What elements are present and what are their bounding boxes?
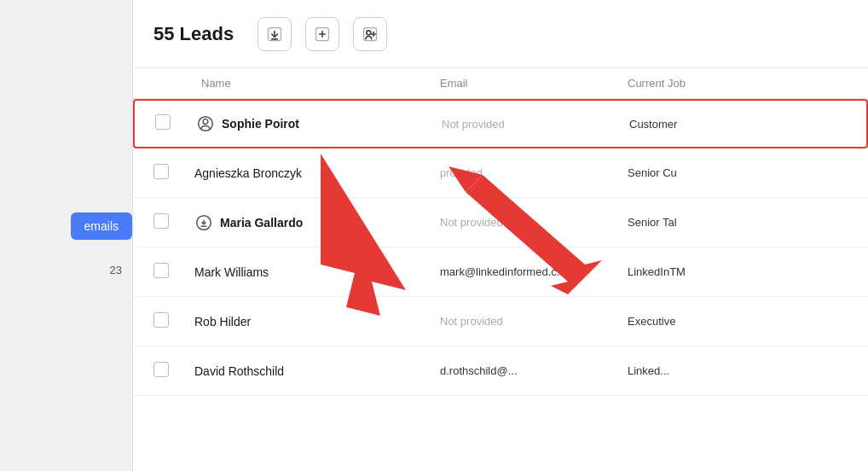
upload-icon <box>314 26 331 43</box>
main-content: 55 Leads <box>132 0 868 471</box>
row-checkbox[interactable] <box>153 213 169 229</box>
name-text: Maria Gallardo <box>220 216 303 230</box>
row-email: Not provided <box>433 315 621 328</box>
row-checkbox[interactable] <box>153 164 169 179</box>
row-checkbox-cell[interactable] <box>153 164 194 183</box>
row-checkbox[interactable] <box>155 114 171 130</box>
row-email: Not provided <box>433 216 621 229</box>
col-header-checkbox <box>153 68 194 98</box>
name-text: Agnieszka Bronczyk <box>194 166 302 180</box>
row-name: Maria Gallardo <box>194 213 433 232</box>
row-job: LinkedInTM <box>621 265 848 278</box>
row-job: Linked... <box>621 364 848 377</box>
col-header-email: Email <box>433 68 621 98</box>
svg-point-11 <box>203 119 208 125</box>
download-button[interactable] <box>258 17 292 51</box>
row-checkbox-cell[interactable] <box>153 263 194 282</box>
leads-table: Name Email Current Job <box>133 68 868 471</box>
row-email: Not provided <box>435 118 622 131</box>
table-row[interactable]: Mark Williams mark@linkedinformed.c... L… <box>133 247 868 297</box>
row-checkbox[interactable] <box>153 362 169 377</box>
table-row[interactable]: Agnieszka Bronczyk provided Senior Cu <box>133 148 868 198</box>
sidebar: emails 23 <box>0 0 132 471</box>
row-checkbox[interactable] <box>153 312 169 328</box>
table-row[interactable]: Rob Hilder Not provided Executive <box>133 297 868 346</box>
download-icon <box>266 26 283 43</box>
row-name: Sophie Poirot <box>196 114 435 133</box>
col-header-job: Current Job <box>621 68 848 98</box>
header: 55 Leads <box>133 0 868 68</box>
row-email: d.rothschild@... <box>433 364 621 377</box>
row-email: mark@linkedinformed.c... <box>433 265 621 278</box>
row-checkbox-cell[interactable] <box>153 213 194 232</box>
row-name: David Rothschild <box>194 364 433 378</box>
table-row[interactable]: Sophie Poirot Not provided Customer <box>133 99 868 148</box>
col-header-name: Name <box>194 68 433 98</box>
table-header: Name Email Current Job <box>133 68 868 99</box>
row-checkbox-cell[interactable] <box>153 312 194 331</box>
sidebar-emails-button[interactable]: emails <box>71 212 132 240</box>
name-text: Mark Williams <box>194 265 269 279</box>
person-add-icon <box>362 26 379 43</box>
row-name: Rob Hilder <box>194 315 433 329</box>
table-row[interactable]: Maria Gallardo Not provided Senior Tal <box>133 198 868 247</box>
person-add-button[interactable] <box>353 17 387 51</box>
name-text: Rob Hilder <box>194 315 251 329</box>
row-job: Senior Tal <box>621 216 848 229</box>
name-text: Sophie Poirot <box>222 117 299 131</box>
row-checkbox-cell[interactable] <box>155 114 196 133</box>
row-name: Agnieszka Bronczyk <box>194 166 433 180</box>
name-text: David Rothschild <box>194 364 284 378</box>
person-circle-icon <box>196 114 215 133</box>
leads-count-title: 55 Leads <box>153 23 234 45</box>
sidebar-year: 23 <box>100 257 132 283</box>
row-job: Senior Cu <box>621 166 848 179</box>
upload-button[interactable] <box>305 17 339 51</box>
table-row[interactable]: David Rothschild d.rothschild@... Linked… <box>133 346 868 396</box>
row-email: provided <box>433 166 621 179</box>
row-job: Executive <box>621 315 848 328</box>
row-checkbox[interactable] <box>153 263 169 278</box>
row-checkbox-cell[interactable] <box>153 362 194 381</box>
download-circle-icon <box>194 213 213 232</box>
table-body: Sophie Poirot Not provided Customer Agni… <box>133 99 868 396</box>
svg-point-7 <box>367 30 371 34</box>
row-name: Mark Williams <box>194 265 433 279</box>
row-job: Customer <box>622 118 846 131</box>
